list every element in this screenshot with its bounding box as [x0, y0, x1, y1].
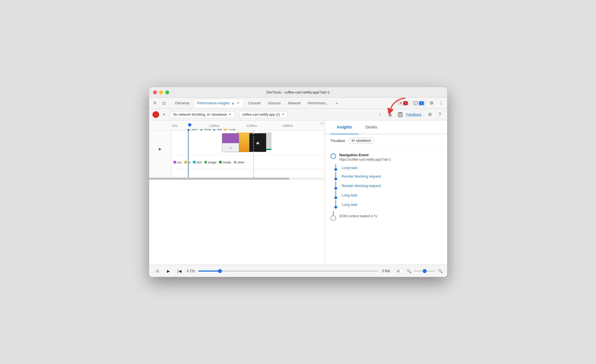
- tab-close-icon[interactable]: ✕: [236, 101, 241, 105]
- export-icon[interactable]: ↑: [376, 111, 384, 118]
- network-throttle-dropdown[interactable]: No network throttling, 4× slowdown ▼: [170, 111, 235, 118]
- long-task-1-link[interactable]: Long task: [342, 166, 357, 170]
- nav-event-url: https://coffee-cart.netlify.app/?ad=1: [339, 158, 442, 161]
- nav-event-circle: [330, 153, 336, 159]
- time-end: 5.93s: [382, 269, 390, 273]
- url-dropdown-arrow-icon: ▼: [282, 113, 285, 116]
- devtools-window: DevTools - coffee-cart.netlify.app/?ad=1…: [149, 87, 447, 277]
- toolbar: ▼ No network throttling, 4× slowdown ▼ c…: [149, 109, 447, 120]
- tab-details[interactable]: Details: [359, 120, 384, 134]
- play-button[interactable]: ▶: [165, 267, 172, 275]
- vis-area: ▶ ▶: [149, 130, 325, 178]
- interactions-row: [171, 169, 325, 178]
- tab-sources[interactable]: Sources: [265, 99, 284, 108]
- dom-content-loaded-label: DOM content loaded 0.7s: [339, 214, 377, 218]
- render-blocking-1-link[interactable]: Render blocking request: [342, 174, 381, 178]
- long-task-2-link[interactable]: Long task: [342, 193, 357, 197]
- record-button[interactable]: [152, 111, 159, 118]
- render-blocking-2-link[interactable]: Render blocking request: [342, 184, 381, 188]
- tab-bar: ⇱ ⊡ Elements Performance insights ▲ ✕ Co…: [149, 98, 447, 109]
- download-icon[interactable]: [386, 111, 394, 118]
- collapse-arrow-icon[interactable]: ›: [320, 122, 325, 125]
- right-panel: Insights Details Throttled: 4× slowdown …: [325, 120, 447, 265]
- minimize-button[interactable]: [159, 90, 163, 94]
- throttled-label: Throttled:: [330, 139, 346, 143]
- svg-rect-1: [398, 113, 402, 117]
- horizontal-scrollbar[interactable]: [149, 178, 325, 180]
- tab-performance[interactable]: Performanc...: [305, 99, 332, 108]
- time-marker-1600ms: 1,600ms: [209, 124, 219, 127]
- legend-js: js: [184, 161, 190, 164]
- long-task-3-link[interactable]: Long task: [342, 203, 357, 207]
- title-bar: DevTools - coffee-cart.netlify.app/?ad=1: [149, 87, 447, 98]
- cursor-icon[interactable]: ⇱: [151, 99, 159, 107]
- nav-event-title: Navigation Event: [339, 153, 442, 157]
- maximize-button[interactable]: [165, 90, 169, 94]
- expand-section-1[interactable]: ▶: [157, 147, 163, 151]
- screenshot-thumb-2: ☕: [249, 133, 266, 152]
- feedback-link[interactable]: Feedback: [406, 113, 422, 117]
- insights-list: Navigation Event https://coffee-cart.net…: [325, 147, 447, 265]
- zoom-slider[interactable]: [414, 271, 436, 272]
- time-start: 0.72s: [187, 269, 195, 273]
- message-count: 1: [419, 101, 424, 105]
- bottom-bar: ⊡ ▶ |◀ 0.72s 5.93s x1 🔍 🔍: [149, 265, 447, 277]
- tab-network[interactable]: Network: [285, 99, 304, 108]
- legend-other: other: [234, 161, 244, 164]
- close-button[interactable]: [153, 90, 157, 94]
- time-marker-3200ms: 3,200ms: [246, 124, 257, 127]
- toolbar-right-actions: ↑: [376, 111, 444, 118]
- inspect-icon[interactable]: ⊡: [160, 99, 168, 107]
- skip-to-start-icon[interactable]: |◀: [176, 267, 184, 275]
- delete-icon[interactable]: [396, 111, 404, 118]
- record-dropdown-arrow[interactable]: ▼: [160, 111, 168, 118]
- tab-insights[interactable]: Insights: [330, 120, 359, 134]
- throttle-badge[interactable]: 4× slowdown: [348, 138, 374, 144]
- tab-console[interactable]: Console: [245, 99, 264, 108]
- legend-font: font: [193, 161, 202, 164]
- settings-icon[interactable]: ⚙: [428, 99, 435, 107]
- settings-icon-2[interactable]: ⚙: [426, 111, 434, 118]
- timeline-scrubber[interactable]: [198, 271, 379, 272]
- legend-media: media: [219, 161, 231, 164]
- more-options-icon[interactable]: ⋮: [437, 99, 445, 107]
- timeline-header: 0ms 1,600ms 3,200ms 4,800ms DCL FCP TTI …: [149, 120, 325, 130]
- tab-bar-actions: ✕ 1 💬 1 ⚙ ⋮: [397, 99, 445, 107]
- time-marker-0ms: 0ms: [173, 124, 178, 127]
- zoom-out-icon[interactable]: 🔍: [407, 269, 411, 273]
- window-title: DevTools - coffee-cart.netlify.app/?ad=1: [266, 90, 330, 94]
- tab-performance-insights[interactable]: Performance insights ▲ ✕: [194, 99, 244, 108]
- legend-css: css: [174, 161, 182, 164]
- message-badge-button[interactable]: 💬 1: [412, 100, 426, 106]
- nav-event: Navigation Event https://coffee-cart.net…: [325, 151, 447, 164]
- more-tabs-button[interactable]: »: [334, 100, 340, 106]
- time-marker-4800ms: 4,800ms: [282, 124, 293, 127]
- error-count: 1: [403, 101, 408, 105]
- dropdown-arrow-icon: ▼: [229, 113, 232, 116]
- tab-nav-icons: ⇱ ⊡: [151, 99, 168, 107]
- zoom-in-icon[interactable]: 🔍: [438, 269, 443, 273]
- zoom-controls: 🔍 🔍: [407, 269, 443, 273]
- panel-tabs: Insights Details: [325, 120, 447, 134]
- main-content: 0ms 1,600ms 3,200ms 4,800ms DCL FCP TTI …: [149, 120, 447, 265]
- legend-image: image: [204, 161, 216, 164]
- traffic-lights: [153, 90, 169, 94]
- screenshot-toggle-icon[interactable]: ⊡: [154, 267, 161, 275]
- nav-event-info: Navigation Event https://coffee-cart.net…: [339, 153, 442, 161]
- tab-elements[interactable]: Elements: [172, 99, 193, 108]
- screenshot-thumb-1: 🛒: [222, 133, 239, 152]
- url-dropdown[interactable]: coffee-cart.netlify.app (1) ▼: [239, 111, 288, 118]
- throttled-row: Throttled: 4× slowdown: [325, 134, 447, 147]
- help-icon[interactable]: ?: [436, 111, 444, 118]
- error-badge-button[interactable]: ✕ 1: [397, 100, 410, 106]
- timeline-panel: 0ms 1,600ms 3,200ms 4,800ms DCL FCP TTI …: [149, 120, 325, 265]
- speed-badge[interactable]: x1: [394, 268, 403, 274]
